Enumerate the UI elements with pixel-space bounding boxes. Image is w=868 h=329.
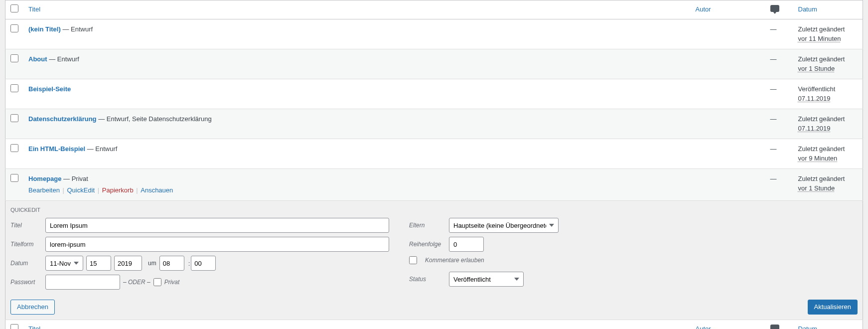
row-checkbox[interactable] xyxy=(10,24,18,32)
row-date-status: Zuletzt geändert xyxy=(798,144,858,154)
table-row: Datenschutzerklärung — Entwurf, Seite Da… xyxy=(5,109,863,139)
qe-order-input[interactable] xyxy=(449,237,484,252)
row-checkbox[interactable] xyxy=(10,174,18,182)
row-author xyxy=(691,49,765,79)
post-state: — Entwurf xyxy=(47,55,79,63)
row-comments: — xyxy=(765,79,793,109)
row-title-link[interactable]: Beispiel-Seite xyxy=(28,85,71,93)
cancel-button[interactable]: Abbrechen xyxy=(10,300,55,315)
qe-password-label: Passwort xyxy=(10,278,45,287)
column-author-header: Autor xyxy=(696,5,711,13)
qe-comments-label: Kommentare erlauben xyxy=(425,256,484,265)
row-date-time: 07.11.2019 xyxy=(798,95,831,102)
row-title-link[interactable]: (kein Titel) xyxy=(28,25,61,33)
row-date-time: vor 9 Minuten xyxy=(798,155,838,162)
row-title-link[interactable]: About xyxy=(28,55,47,63)
qe-password-input[interactable] xyxy=(45,275,120,290)
post-state: — Entwurf, Seite Datenschutzerklärung xyxy=(97,115,212,123)
update-button[interactable]: Aktualisieren xyxy=(808,300,858,315)
select-all-top-checkbox[interactable] xyxy=(10,4,18,12)
post-state: — Privat xyxy=(61,175,88,182)
row-checkbox[interactable] xyxy=(10,84,18,92)
qe-um-label: um xyxy=(148,259,156,268)
table-row: About — Entwurf—Zuletzt geändertvor 1 St… xyxy=(5,49,863,79)
column-title-footer[interactable]: Titel xyxy=(28,325,40,329)
quickedit-legend: QUICKEDIT xyxy=(10,206,858,214)
view-action[interactable]: Anschauen xyxy=(141,186,173,194)
trash-action[interactable]: Papierkorb xyxy=(102,186,134,194)
qe-status-select[interactable]: Veröffentlicht xyxy=(449,272,524,287)
qe-parent-label: Eltern xyxy=(409,221,449,230)
column-date-footer[interactable]: Datum xyxy=(798,325,817,329)
qe-title-label: Titel xyxy=(10,221,45,230)
row-author xyxy=(691,19,765,49)
row-author xyxy=(691,139,765,168)
qe-slug-input[interactable] xyxy=(45,237,389,252)
select-all-bottom-checkbox[interactable] xyxy=(10,324,18,329)
row-checkbox[interactable] xyxy=(10,114,18,122)
qe-title-input[interactable] xyxy=(45,218,389,233)
row-date-status: Zuletzt geändert xyxy=(798,174,858,184)
column-date-header[interactable]: Datum xyxy=(798,5,817,13)
row-author xyxy=(691,168,765,200)
qe-parent-select[interactable]: Hauptseite (keine Übergeordnete) xyxy=(449,218,559,233)
row-comments: — xyxy=(765,139,793,168)
row-comments: — xyxy=(765,49,793,79)
row-date-status: Zuletzt geändert xyxy=(798,114,858,124)
qe-order-label: Reihenfolge xyxy=(409,240,449,249)
post-state: — Entwurf xyxy=(85,145,117,153)
column-title-header[interactable]: Titel xyxy=(28,5,40,13)
row-date-time: vor 11 Minuten xyxy=(798,35,841,42)
row-title-link[interactable]: Homepage xyxy=(28,175,61,182)
qe-comments-checkbox[interactable] xyxy=(409,256,417,264)
qe-status-label: Status xyxy=(409,275,449,284)
row-date-time: vor 1 Stunde xyxy=(798,184,835,192)
row-date-time: vor 1 Stunde xyxy=(798,65,835,72)
row-checkbox[interactable] xyxy=(10,144,18,152)
row-date-status: Zuletzt geändert xyxy=(798,54,858,64)
comments-icon xyxy=(770,5,779,12)
qe-month-select[interactable]: 11-Nov xyxy=(45,256,83,271)
row-author xyxy=(691,79,765,109)
qe-private-checkbox[interactable] xyxy=(153,278,161,286)
comments-icon xyxy=(770,325,779,329)
table-row: Ein HTML-Beispiel — Entwurf—Zuletzt geän… xyxy=(5,139,863,168)
row-title-link[interactable]: Ein HTML-Beispiel xyxy=(28,145,85,153)
qe-hour-input[interactable] xyxy=(159,256,184,271)
qe-private-label: Privat xyxy=(164,278,180,287)
quick-edit-row: QUICKEDIT Titel Titelform Datum 11-Nov u… xyxy=(5,200,863,320)
column-author-footer: Autor xyxy=(696,325,711,329)
row-date-status: Veröffentlicht xyxy=(798,84,858,94)
qe-slug-label: Titelform xyxy=(10,240,45,249)
post-state: — Entwurf xyxy=(61,25,93,33)
row-comments: — xyxy=(765,168,793,200)
pages-table: Titel Autor Datum (kein Titel) — Entwurf… xyxy=(5,0,863,329)
qe-oder-label: – ODER – xyxy=(123,278,150,287)
row-comments: — xyxy=(765,19,793,49)
row-date-status: Zuletzt geändert xyxy=(798,24,858,34)
qe-year-input[interactable] xyxy=(114,256,142,271)
row-actions: Bearbeiten | QuickEdit | Papierkorb | An… xyxy=(28,185,686,195)
qe-minute-input[interactable] xyxy=(191,256,216,271)
row-date-time: 07.11.2019 xyxy=(798,125,831,132)
row-title-link[interactable]: Datenschutzerklärung xyxy=(28,115,97,123)
table-row: Beispiel-Seite—Veröffentlicht07.11.2019 xyxy=(5,79,863,109)
table-row: Homepage — PrivatBearbeiten | QuickEdit … xyxy=(5,168,863,200)
row-author xyxy=(691,109,765,139)
row-comments: — xyxy=(765,109,793,139)
quickedit-action[interactable]: QuickEdit xyxy=(67,186,95,194)
table-row: (kein Titel) — Entwurf—Zuletzt geändertv… xyxy=(5,19,863,49)
edit-action[interactable]: Bearbeiten xyxy=(28,186,60,194)
qe-date-label: Datum xyxy=(10,259,45,268)
row-checkbox[interactable] xyxy=(10,54,18,62)
qe-day-input[interactable] xyxy=(86,256,111,271)
